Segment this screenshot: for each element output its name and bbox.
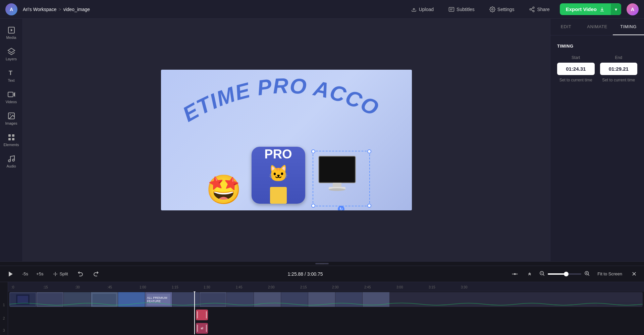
svg-text:T: T [9,70,12,76]
main-video-track[interactable]: ALL PREMIUM FEATURE [9,292,643,307]
undo-button[interactable] [75,269,86,279]
svg-point-20 [12,159,14,161]
media-icon [7,26,15,34]
track-1: ALL PREMIUM FEATURE [8,291,644,308]
timing-row: Start Set to current time End Set to cur… [557,55,637,82]
sidebar-item-elements[interactable]: Elements [1,130,21,150]
zoom-out-button[interactable] [539,270,545,277]
svg-point-19 [8,160,10,162]
svg-rect-18 [12,138,14,140]
svg-text:LIFETIME PRO ACCOUNT: LIFETIME PRO ACCOUNT [172,73,383,127]
timeline-ruler: :0 :15 :30 :45 1:00 1:15 1:30 1:45 2:00 … [8,282,644,291]
zoom-in-button[interactable] [584,270,590,277]
set-start-current-time[interactable]: Set to current time [557,78,595,82]
export-icon [599,7,605,12]
timeline-tool-2-icon [526,271,533,277]
avatar[interactable]: A [627,3,639,15]
minus5-button[interactable]: -5s [20,269,30,278]
settings-button[interactable]: Settings [485,4,519,15]
zoom-in-icon [584,270,590,276]
svg-marker-8 [11,29,13,31]
sidebar-item-videos[interactable]: Videos [1,87,21,107]
export-video-button[interactable]: Export Video [560,3,611,15]
close-timeline-button[interactable]: ✕ [630,268,639,280]
timing-section-title: TIMING [557,44,637,49]
split-icon [53,271,58,277]
svg-rect-11 [8,92,13,97]
canvas-area: LIFETIME PRO ACCOUNT 🤩 PRO 🐱 [23,19,550,261]
subtitles-button[interactable]: Subtitles [444,4,479,15]
elements-icon [7,133,15,141]
sidebar-item-media[interactable]: Media [1,23,21,43]
start-time-input[interactable] [557,63,595,75]
share-button[interactable]: Share [524,4,554,15]
svg-point-5 [530,8,532,10]
left-sidebar: Media Layers T Text Videos Images Elemen… [0,19,23,261]
main-area: Media Layers T Text Videos Images Elemen… [0,19,644,261]
right-panel-content: TIMING Start Set to current time End Set… [550,36,644,261]
right-panel: EDIT ANIMATE TIMING TIMING Start Set to … [550,19,644,261]
export-dropdown-button[interactable]: ▾ [611,4,621,15]
topbar: A Ari's Workspace > video_image Upload S… [0,0,644,19]
right-panel-tabs: EDIT ANIMATE TIMING [550,19,644,36]
timeline-controls: -5s +5s Split 1:25.88 / 3:00.75 [0,266,644,282]
sidebar-item-images[interactable]: Images [1,109,21,129]
selection-handle-br[interactable] [367,204,371,208]
tracks-container: ALL PREMIUM FEATURE [8,291,644,334]
pro-label: PRO [264,147,292,161]
images-icon [7,112,15,120]
upload-icon [411,6,417,12]
end-label: End [600,55,638,60]
svg-point-14 [10,114,11,115]
playhead[interactable] [194,291,195,334]
workspace-logo: A [5,3,17,15]
redo-button[interactable] [90,269,101,279]
canvas-wrapper: LIFETIME PRO ACCOUNT 🤩 PRO 🐱 [161,70,412,210]
zoom-slider-track[interactable] [548,273,581,275]
export-button-group: Export Video ▾ [560,3,621,15]
set-end-current-time[interactable]: Set to current time [600,78,638,82]
tab-timing[interactable]: TIMING [613,19,644,35]
tab-edit[interactable]: EDIT [550,19,582,35]
text-icon: T [7,69,15,77]
sidebar-item-audio[interactable]: Audio [1,151,21,172]
fit-screen-button[interactable]: Fit to Screen [594,269,626,278]
layers-icon [7,48,15,56]
track-labels: 1 2 3 [0,282,8,335]
sidebar-item-layers[interactable]: Layers [1,44,21,64]
zoom-slider-thumb[interactable] [564,272,569,276]
overlay-clip-3[interactable]: sl [196,323,208,334]
drag-handle-right-2[interactable] [206,311,207,319]
drag-handle-left-3[interactable] [197,325,198,332]
videos-icon [7,90,15,98]
track-label-3: 3 [0,326,8,335]
selection-handle-tr[interactable] [367,149,371,153]
timeline-tool-1[interactable] [509,269,520,279]
svg-rect-0 [449,7,454,11]
svg-line-40 [588,274,589,276]
svg-point-31 [514,273,516,275]
split-button[interactable]: Split [49,270,71,278]
upload-button[interactable]: Upload [406,4,438,15]
zoom-slider-fill [548,273,566,275]
svg-point-6 [533,10,535,12]
timeline-tool-2[interactable] [524,269,535,279]
play-button[interactable] [5,269,16,279]
plus5-button[interactable]: +5s [34,269,45,278]
play-icon [7,271,14,277]
overlay-clip-2[interactable] [196,310,208,320]
svg-point-4 [533,7,535,8]
drag-handle-left-2[interactable] [197,311,198,319]
selection-handle-tl[interactable] [311,149,315,153]
monitor-container[interactable]: ↻ [315,153,367,204]
timeline-tool-1-icon [512,271,518,277]
end-time-input[interactable] [600,63,638,75]
tab-animate[interactable]: ANIMATE [582,19,613,35]
sidebar-item-text[interactable]: T Text [1,66,21,86]
drag-handle-right-3[interactable] [206,325,207,332]
selection-handle-bl[interactable] [311,204,315,208]
rotate-handle[interactable]: ↻ [338,206,344,210]
svg-rect-17 [8,138,11,140]
workspace-link[interactable]: Ari's Workspace [23,7,56,12]
canvas-frame[interactable]: LIFETIME PRO ACCOUNT 🤩 PRO 🐱 [161,70,412,210]
